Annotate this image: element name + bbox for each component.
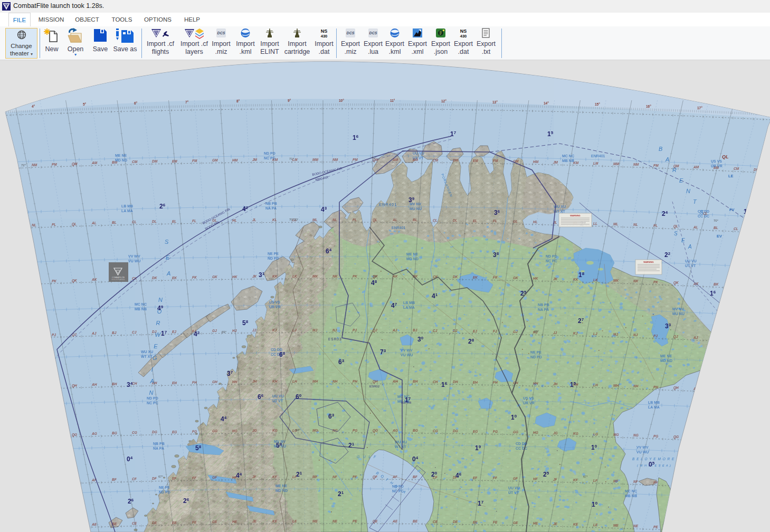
svg-text:LA MA: LA MA [121,209,133,213]
svg-text:DCS: DCS [369,31,377,35]
svg-text:DH: DH [453,380,458,384]
svg-text:JG: JG [553,431,558,435]
svg-text:AG: AG [392,429,398,432]
svg-text:EH: EH [172,381,177,385]
svg-text:T: T [693,198,700,205]
svg-text:WARNING: WARNING [570,214,580,217]
svg-text:QG: QG [373,429,378,433]
svg-text:HF: HF [533,477,538,481]
svg-text:GH: GH [212,380,217,384]
svg-text:ENR401: ENR401 [379,202,397,207]
svg-text:KH: KH [272,379,278,383]
svg-text:NL: NL [32,223,36,227]
svg-text:UT VT: UT VT [508,491,519,495]
svg-text:NC PC: NC PC [546,259,557,263]
svg-text:A: A [150,378,157,384]
svg-text:NE: NE [332,519,338,523]
svg-text:LB MB: LB MB [648,401,660,404]
svg-text:MM: MM [613,162,619,166]
svg-text:JM: JM [553,160,558,164]
svg-text:69°: 69° [222,330,227,334]
svg-text:NL: NL [332,218,337,222]
svg-text:BG: BG [112,431,117,435]
svg-text:MB NB: MB NB [625,494,637,498]
svg-text:FH: FH [192,381,197,384]
svg-text:KL: KL [272,218,277,222]
svg-text:QL: QL [72,222,77,226]
svg-text:NS: NS [460,28,467,34]
svg-text:LG: LG [593,432,598,436]
svg-text:FE: FE [493,520,498,524]
svg-text:GF: GF [513,477,518,480]
svg-text:VV WV: VV WV [128,254,140,258]
svg-text:MJ: MJ [312,328,317,332]
svg-text:MD ND: MD ND [115,158,127,162]
svg-text:HK: HK [232,275,238,279]
svg-text:NJ: NJ [332,328,337,332]
svg-text:QL: QL [673,224,678,229]
svg-text:A: A [688,244,695,250]
svg-text:UR VR: UR VR [269,305,281,309]
svg-text:MK: MK [613,279,619,282]
svg-text:DM: DM [453,158,459,162]
svg-text:GF: GF [212,476,217,479]
svg-text:LM: LM [593,162,598,165]
svg-text:E: E [154,343,160,349]
svg-text:MH: MH [312,379,318,383]
svg-text:EG: EG [473,430,478,433]
svg-text:NE: NE [633,524,639,528]
svg-text:PL: PL [353,218,357,222]
svg-text:MC NC: MC NC [562,154,574,158]
svg-text:HH: HH [232,380,237,384]
svg-text:JK: JK [553,277,558,281]
svg-text:QF: QF [373,475,378,479]
svg-text:17°: 17° [697,106,702,110]
svg-text:QL: QL [373,218,377,222]
svg-text:NM: NM [332,158,338,162]
svg-text:4°: 4° [32,104,35,108]
svg-text:BJ: BJ [413,328,417,332]
svg-text:JK: JK [252,274,258,278]
svg-text:JE: JE [553,522,558,526]
svg-text:AM: AM [91,161,98,165]
svg-text:GG: GG [513,430,518,434]
svg-text:E: E [166,254,173,261]
svg-text:71°: 71° [372,156,377,159]
svg-text:B: B [659,146,666,152]
svg-text:E: E [679,177,686,184]
svg-text:MH: MH [613,384,619,387]
svg-text:EV: EV [717,234,722,239]
svg-text:HG: HG [533,431,538,434]
svg-text:BF: BF [112,478,117,481]
svg-text:NE PE: NE PE [159,486,170,489]
svg-text:EM: EM [172,159,177,163]
svg-text:MISSION PLANNING: MISSION PLANNING [112,279,125,281]
svg-text:CL: CL [433,218,438,222]
svg-text:AF: AF [392,475,398,479]
svg-text:MF: MF [613,479,619,483]
svg-text:ENR401: ENR401 [591,154,605,158]
svg-text:ME NE: ME NE [115,154,127,157]
svg-text:PF: PF [653,481,658,484]
svg-text:UU VU: UU VU [413,151,424,155]
svg-text:70°: 70° [373,275,378,278]
svg-text:CM: CM [734,167,739,170]
svg-text:ML: ML [312,218,317,222]
svg-text:KG: KG [272,429,278,432]
svg-text:UT VT: UT VT [685,264,696,268]
svg-text:GG: GG [212,429,217,433]
svg-text:CM: CM [132,160,138,164]
svg-text:NH: NH [633,384,639,388]
svg-text:DF: DF [152,477,157,480]
svg-text:LE: LE [593,523,598,527]
svg-text:DL: DL [453,218,458,222]
svg-text:PH: PH [653,385,658,389]
svg-text:VU WU: VU WU [128,259,140,263]
svg-text:NB PB: NB PB [153,442,165,445]
svg-text:MU NU: MU NU [672,312,685,316]
svg-text:ESR03: ESR03 [328,337,342,341]
svg-text:BE: BE [413,519,418,523]
svg-text:NM: NM [633,163,639,166]
svg-text:PK: PK [653,280,659,284]
svg-text:DK: DK [152,276,158,280]
